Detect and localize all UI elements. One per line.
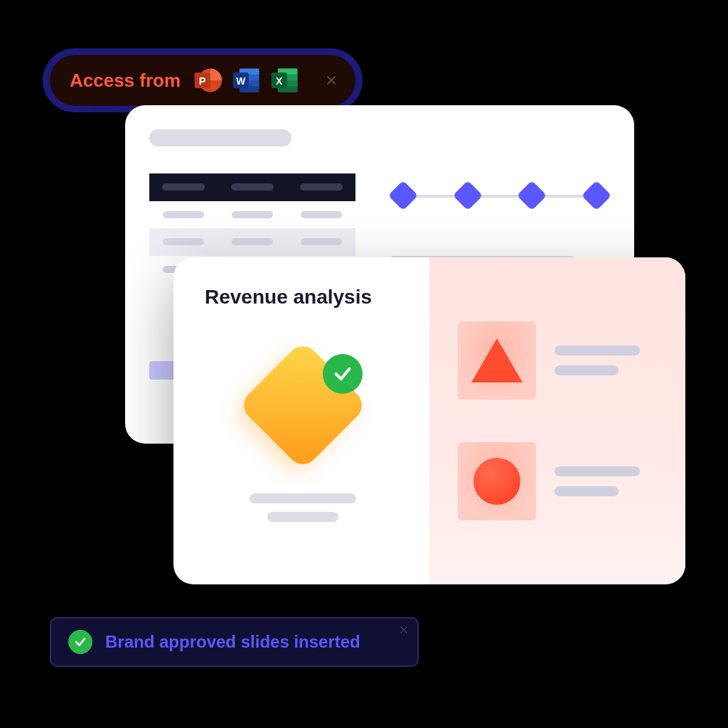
check-icon bbox=[68, 630, 92, 654]
list-item-text bbox=[555, 466, 640, 496]
slide-title: Revenue analysis bbox=[205, 286, 401, 309]
word-icon: W bbox=[230, 65, 262, 96]
brand-object bbox=[239, 341, 367, 469]
access-toast-inner: Access from P W bbox=[50, 55, 355, 106]
table-row bbox=[149, 228, 355, 256]
timeline-node bbox=[517, 181, 547, 210]
svg-text:X: X bbox=[276, 76, 283, 87]
powerpoint-icon: P bbox=[192, 65, 223, 96]
check-badge bbox=[323, 354, 363, 394]
table-header bbox=[149, 173, 355, 201]
timeline-node bbox=[388, 181, 418, 210]
close-icon[interactable] bbox=[400, 626, 407, 636]
access-toast: Access from P W bbox=[43, 48, 363, 112]
caption-placeholder bbox=[250, 493, 356, 522]
timeline-node bbox=[582, 181, 611, 210]
svg-text:W: W bbox=[236, 76, 245, 87]
status-toast: Brand approved slides inserted bbox=[50, 617, 419, 667]
table-row bbox=[149, 201, 355, 229]
triangle-icon bbox=[458, 321, 536, 400]
circle-icon bbox=[458, 442, 536, 520]
slide-right-pane bbox=[429, 257, 685, 584]
list-item-text bbox=[555, 346, 640, 375]
status-message: Brand approved slides inserted bbox=[105, 632, 360, 652]
excel-icon: X bbox=[269, 65, 300, 96]
slide-left-pane: Revenue analysis bbox=[173, 257, 429, 584]
close-icon[interactable] bbox=[326, 75, 337, 86]
list-item bbox=[458, 321, 657, 400]
list-item bbox=[458, 442, 657, 520]
slide-card: Revenue analysis bbox=[173, 257, 685, 584]
svg-text:P: P bbox=[199, 75, 206, 87]
title-placeholder bbox=[149, 129, 291, 146]
timeline-node bbox=[452, 181, 482, 210]
access-toast-label: Access from bbox=[70, 70, 181, 92]
